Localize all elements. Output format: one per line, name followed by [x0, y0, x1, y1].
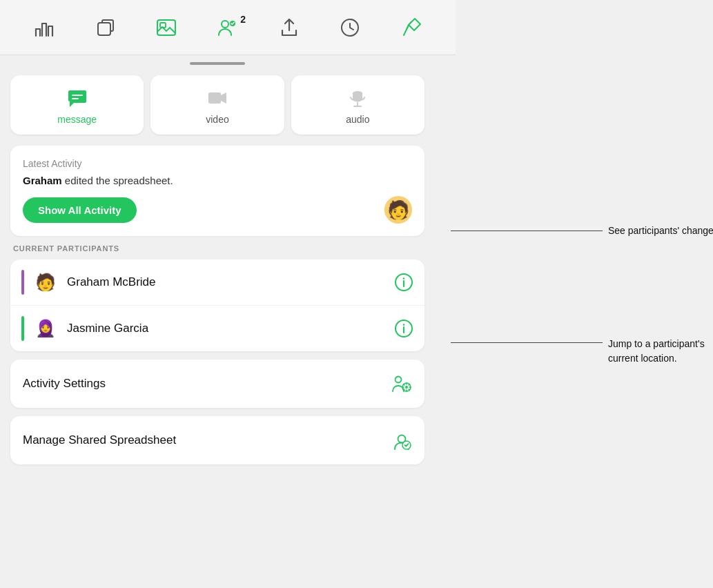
activity-settings-label: Activity Settings — [23, 377, 106, 391]
manage-share-icon — [391, 430, 412, 451]
participant-row-graham[interactable]: 🧑 Graham McBride — [10, 259, 424, 306]
video-button[interactable]: video — [150, 75, 284, 135]
gear-person-icon — [391, 373, 412, 394]
participants-badge: 2 — [240, 14, 246, 25]
jasmine-info-icon[interactable] — [394, 319, 413, 338]
svg-point-11 — [395, 377, 402, 383]
audio-label: audio — [346, 114, 369, 125]
activity-avatar: 🧑 — [384, 196, 412, 224]
svg-rect-6 — [208, 92, 221, 104]
graham-info-icon[interactable] — [394, 273, 413, 292]
activity-bold: Graham — [23, 175, 62, 186]
latest-activity-title: Latest Activity — [23, 158, 412, 169]
callout-2-line — [451, 342, 603, 343]
main-panel: message video audio Latest Activity Grah… — [0, 55, 435, 588]
manage-shared-row[interactable]: Manage Shared Spreadsheet — [10, 416, 424, 464]
svg-rect-0 — [98, 23, 110, 35]
pin-icon[interactable] — [396, 12, 427, 43]
svg-point-10 — [403, 324, 405, 326]
activity-text: Graham edited the spreadsheet. — [23, 175, 412, 186]
callout-1: See participants' changes. — [451, 225, 713, 236]
activity-settings-row[interactable]: Activity Settings — [10, 360, 424, 408]
participants-card: 🧑 Graham McBride 🧕 Jasmine Garcia — [10, 259, 424, 351]
callout-1-line — [451, 231, 603, 231]
svg-point-8 — [403, 277, 405, 280]
scroll-indicator — [190, 62, 245, 65]
video-label: video — [206, 114, 228, 125]
activity-row: Show All Activity 🧑 — [23, 196, 412, 224]
export-icon[interactable] — [274, 12, 304, 43]
message-label: message — [57, 114, 97, 125]
copy-icon[interactable] — [90, 12, 121, 43]
svg-point-3 — [222, 21, 228, 28]
graham-name: Graham McBride — [67, 275, 386, 289]
svg-point-13 — [405, 386, 408, 389]
chart-icon[interactable] — [29, 12, 59, 43]
jasmine-color-bar — [21, 316, 24, 341]
callout-2: Jump to a participant's current location… — [451, 337, 705, 366]
callout-2-text: Jump to a participant's current location… — [608, 337, 705, 366]
manage-shared-card: Manage Shared Spreadsheet — [10, 416, 424, 464]
graham-color-bar — [21, 270, 24, 295]
share-people-icon[interactable]: 2 — [213, 12, 243, 43]
graham-avatar: 🧑 — [32, 269, 59, 295]
toolbar: 2 — [0, 0, 456, 55]
show-all-activity-button[interactable]: Show All Activity — [23, 197, 137, 223]
latest-activity-card: Latest Activity Graham edited the spread… — [10, 146, 424, 236]
audio-button[interactable]: audio — [291, 75, 424, 135]
participant-row-jasmine[interactable]: 🧕 Jasmine Garcia — [10, 306, 424, 351]
activity-rest: edited the spreadsheet. — [62, 175, 173, 186]
callout-1-text: See participants' changes. — [608, 225, 713, 236]
callout-container: See participants' changes. Jump to a par… — [451, 55, 713, 588]
image-gallery-icon[interactable] — [151, 12, 182, 43]
message-button[interactable]: message — [10, 75, 144, 135]
jasmine-avatar: 🧕 — [32, 315, 59, 342]
action-buttons-row: message video audio — [10, 75, 424, 135]
manage-shared-label: Manage Shared Spreadsheet — [23, 433, 176, 447]
activity-settings-card: Activity Settings — [10, 360, 424, 408]
undo-icon[interactable] — [335, 12, 365, 43]
participants-section-label: CURRENT PARTICIPANTS — [13, 244, 422, 253]
jasmine-name: Jasmine Garcia — [67, 322, 386, 335]
